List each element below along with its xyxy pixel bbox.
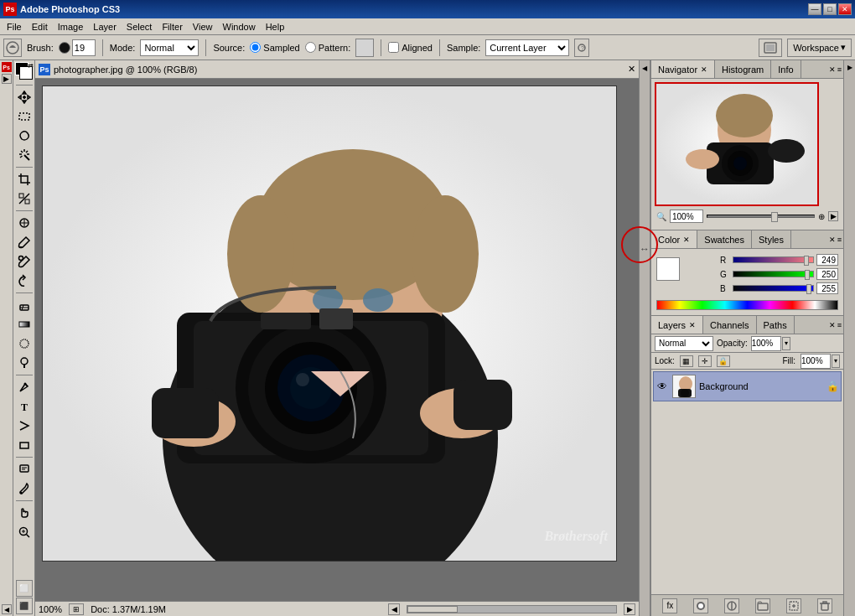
layer-visibility-eye[interactable]: 👁 — [656, 380, 669, 393]
menu-file[interactable]: File — [2, 20, 27, 34]
brush-size-input[interactable] — [72, 39, 96, 56]
sample-options-btn[interactable]: ? — [574, 39, 589, 57]
menu-image[interactable]: Image — [53, 20, 89, 34]
layer-fx-btn[interactable]: fx — [662, 598, 677, 613]
canvas-zoom-btn[interactable]: ⊞ — [69, 603, 84, 615]
tool-crop[interactable] — [15, 170, 34, 189]
color-swatches[interactable]: ⇄ — [15, 62, 34, 80]
zoom-in-icon[interactable]: ⊕ — [818, 212, 825, 221]
tool-magic-wand[interactable] — [15, 146, 34, 164]
pattern-radio[interactable]: Pattern: — [305, 42, 351, 53]
collapse-btn[interactable]: ◀ — [640, 62, 649, 74]
color-tab-close[interactable]: ✕ — [683, 236, 690, 244]
menu-window[interactable]: Window — [218, 20, 261, 34]
nav-zoom-input[interactable] — [670, 210, 703, 223]
tool-dodge[interactable] — [15, 354, 34, 372]
close-button[interactable]: ✕ — [838, 3, 852, 15]
tab-navigator[interactable]: Navigator ✕ — [651, 60, 715, 78]
nav-zoom-slider-thumb[interactable] — [771, 212, 778, 222]
tool-pen[interactable] — [15, 378, 34, 396]
tool-gradient[interactable] — [15, 315, 34, 334]
minimize-button[interactable]: — — [808, 3, 821, 15]
view-btn[interactable]: ▶ — [2, 74, 12, 84]
lock-all-btn[interactable]: 🔒 — [717, 355, 730, 367]
screen-mode-btn[interactable] — [759, 39, 782, 57]
color-swatch-main[interactable] — [656, 257, 680, 281]
layer-adjustment-btn[interactable] — [724, 598, 739, 613]
tool-clone[interactable] — [15, 252, 34, 271]
tab-info[interactable]: Info — [771, 60, 801, 78]
r-slider[interactable] — [733, 256, 814, 263]
mode-select[interactable]: Normal — [140, 39, 199, 56]
tool-type[interactable]: T — [15, 397, 34, 416]
fill-arrow[interactable]: ▾ — [832, 355, 840, 368]
tool-zoom[interactable] — [15, 523, 34, 541]
menu-layer[interactable]: Layer — [88, 20, 122, 34]
nav-expand-btn[interactable]: ▶ — [828, 211, 838, 221]
layers-panel-menu[interactable]: ≡ — [837, 321, 842, 329]
tool-slice[interactable] — [15, 189, 34, 208]
tool-lasso[interactable] — [15, 127, 34, 145]
aligned-checkbox[interactable]: Aligned — [388, 42, 433, 53]
sampled-radio[interactable]: Sampled — [250, 42, 299, 53]
maximize-button[interactable]: □ — [823, 3, 837, 15]
r-value-input[interactable] — [816, 254, 838, 266]
h-scrollbar-thumb[interactable] — [407, 606, 458, 613]
color-panel-menu[interactable]: ≡ — [837, 236, 842, 244]
fill-input[interactable] — [801, 354, 831, 369]
layers-tab-close[interactable]: ✕ — [689, 321, 696, 329]
resize-icon[interactable]: ↔ — [640, 243, 650, 255]
tab-channels[interactable]: Channels — [703, 316, 756, 334]
blend-mode-select[interactable]: Normal — [655, 336, 713, 351]
nav-zoom-slider[interactable] — [707, 215, 815, 218]
b-value-input[interactable] — [816, 282, 838, 294]
expand-btn[interactable]: ◀ — [2, 604, 12, 614]
pattern-swatch[interactable] — [355, 39, 374, 57]
tool-eraser[interactable] — [15, 296, 34, 314]
sample-select[interactable]: Current Layer — [485, 39, 569, 56]
tool-marquee[interactable] — [15, 107, 34, 126]
zoom-out-icon[interactable]: 🔍 — [656, 212, 666, 221]
canvas-close-btn[interactable]: ✕ — [628, 64, 635, 75]
scroll-left-btn[interactable]: ◀ — [388, 603, 400, 615]
menu-view[interactable]: View — [188, 20, 218, 34]
tool-notes[interactable] — [15, 460, 34, 479]
tool-move[interactable] — [15, 88, 34, 106]
tab-paths[interactable]: Paths — [757, 316, 795, 334]
right-collapse-btn[interactable]: ▶ — [846, 64, 854, 71]
menu-edit[interactable]: Edit — [27, 20, 53, 34]
layer-folder-btn[interactable] — [755, 598, 770, 613]
nav-panel-menu[interactable]: ≡ — [837, 65, 842, 74]
layer-mask-btn[interactable] — [693, 598, 708, 613]
screen-mode2-icon[interactable]: ⬛ — [16, 598, 33, 614]
scroll-right-btn[interactable]: ▶ — [624, 603, 635, 615]
tool-shape[interactable] — [15, 436, 34, 454]
tab-histogram[interactable]: Histogram — [715, 60, 771, 78]
tab-swatches[interactable]: Swatches — [697, 230, 752, 248]
tool-blur[interactable] — [15, 334, 34, 353]
tool-brush[interactable] — [15, 233, 34, 251]
tool-hand[interactable] — [15, 504, 34, 522]
swap-colors-btn[interactable]: ⇄ — [28, 62, 34, 70]
tool-path-select[interactable] — [15, 417, 34, 435]
layer-new-btn[interactable] — [786, 598, 801, 613]
nav-panel-close[interactable]: ✕ — [829, 65, 836, 74]
lock-position-btn[interactable]: ✛ — [698, 355, 712, 367]
color-panel-close[interactable]: ✕ — [829, 236, 836, 244]
navigator-tab-close[interactable]: ✕ — [701, 65, 707, 74]
r-slider-thumb[interactable] — [804, 256, 809, 266]
screen-mode-icon[interactable]: ⬜ — [16, 580, 33, 597]
tab-styles[interactable]: Styles — [752, 230, 791, 248]
g-slider-thumb[interactable] — [805, 270, 810, 280]
b-slider-thumb[interactable] — [806, 284, 811, 294]
b-slider[interactable] — [733, 285, 814, 292]
tool-healing[interactable] — [15, 214, 34, 232]
menu-select[interactable]: Select — [122, 20, 158, 34]
g-slider[interactable] — [733, 271, 814, 277]
tool-history-brush[interactable] — [15, 272, 34, 290]
title-bar-controls[interactable]: — □ ✕ — [808, 3, 852, 15]
opacity-input[interactable] — [751, 336, 781, 351]
layers-panel-close[interactable]: ✕ — [829, 321, 836, 329]
layer-delete-btn[interactable] — [817, 598, 832, 613]
opacity-arrow[interactable]: ▾ — [782, 337, 790, 350]
